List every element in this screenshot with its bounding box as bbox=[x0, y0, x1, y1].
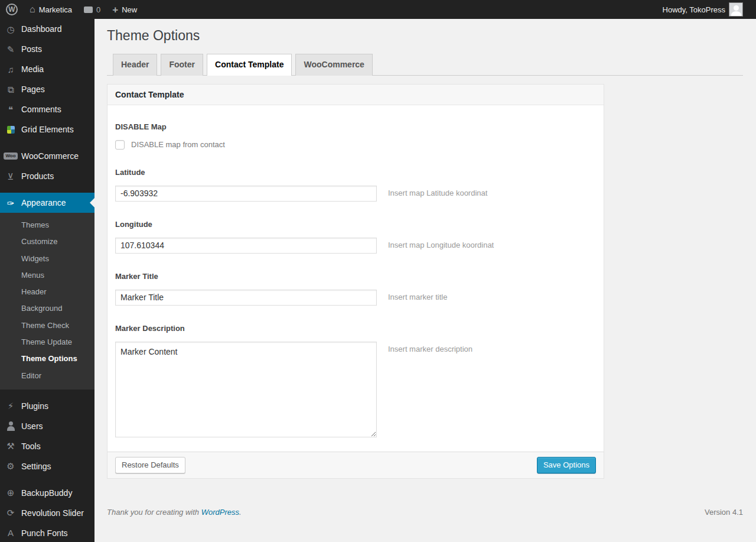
sidebar-item-tools[interactable]: ⚒Tools bbox=[0, 436, 94, 456]
appearance-submenu: ThemesCustomizeWidgetsMenusHeaderBackgro… bbox=[0, 213, 94, 390]
plugins-icon: ⚡ bbox=[5, 400, 17, 412]
submenu-item-menus[interactable]: Menus bbox=[0, 267, 94, 284]
dashboard-icon: ◷ bbox=[5, 23, 17, 35]
settings-icon: ⚙ bbox=[5, 460, 17, 472]
grid-elements-icon bbox=[5, 124, 17, 135]
restore-defaults-button[interactable]: Restore Defaults bbox=[115, 457, 185, 473]
sidebar-item-label: Appearance bbox=[21, 198, 66, 207]
site-name-link[interactable]: ⌂ Marketica bbox=[24, 0, 78, 19]
panel-title: Contact Template bbox=[107, 85, 604, 105]
sidebar-item-label: Punch Fonts bbox=[21, 528, 68, 538]
comments-icon: ❝ bbox=[5, 103, 17, 115]
version-text: Version 4.1 bbox=[705, 508, 743, 517]
admin-bar: W ⌂ Marketica 0 + New Howdy, TokoPress bbox=[0, 0, 756, 19]
my-account-menu[interactable]: Howdy, TokoPress bbox=[657, 0, 749, 19]
backupbuddy-icon: ⊕ bbox=[5, 487, 17, 499]
disable-map-checkbox-label: DISABLE map from contact bbox=[131, 140, 225, 149]
media-icon: ♫ bbox=[5, 63, 17, 75]
sidebar-item-label: Plugins bbox=[21, 401, 48, 411]
longitude-input[interactable] bbox=[115, 238, 377, 254]
submenu-item-theme-update[interactable]: Theme Update bbox=[0, 334, 94, 350]
sidebar-item-label: Media bbox=[21, 64, 44, 74]
sidebar-item-backupbuddy[interactable]: ⊕BackupBuddy bbox=[0, 483, 94, 503]
sidebar-item-users[interactable]: Users bbox=[0, 416, 94, 436]
sidebar-item-revolution-slider[interactable]: ⟳Revolution Slider bbox=[0, 503, 94, 523]
sidebar-item-label: Dashboard bbox=[21, 24, 62, 34]
new-label: New bbox=[122, 5, 137, 14]
sidebar-item-label: WooCommerce bbox=[21, 151, 79, 161]
tools-icon: ⚒ bbox=[5, 440, 17, 452]
tab-woocommerce[interactable]: WooCommerce bbox=[295, 54, 372, 76]
products-icon: ⊻ bbox=[5, 170, 17, 182]
sidebar-item-plugins[interactable]: ⚡Plugins bbox=[0, 396, 94, 416]
disable-map-row: DISABLE map from contact bbox=[115, 140, 596, 150]
submenu-item-header[interactable]: Header bbox=[0, 284, 94, 300]
submenu-item-theme-options[interactable]: Theme Options bbox=[0, 350, 94, 367]
wordpress-logo-icon: W bbox=[6, 4, 18, 15]
sidebar-item-settings[interactable]: ⚙Settings bbox=[0, 456, 94, 476]
sidebar-item-dashboard[interactable]: ◷Dashboard bbox=[0, 19, 94, 39]
menu-separator bbox=[0, 186, 94, 193]
new-content-menu[interactable]: + New bbox=[106, 0, 143, 19]
sidebar-item-label: Revolution Slider bbox=[21, 508, 84, 518]
menu-separator bbox=[0, 390, 94, 396]
sidebar-item-appearance[interactable]: ✑Appearance bbox=[0, 193, 94, 213]
latitude-row: Insert map Latitude koordinat bbox=[115, 186, 596, 202]
sidebar-item-label: Users bbox=[21, 421, 43, 431]
submenu-item-theme-check[interactable]: Theme Check bbox=[0, 317, 94, 334]
tab-contact-template[interactable]: Contact Template bbox=[207, 54, 292, 76]
tab-header[interactable]: Header bbox=[113, 54, 157, 76]
main-content: Theme Options HeaderFooterContact Templa… bbox=[94, 0, 756, 542]
sidebar-item-woocommerce[interactable]: WooWooCommerce bbox=[0, 146, 94, 166]
punch-fonts-icon: A bbox=[5, 527, 17, 539]
sidebar-item-posts[interactable]: ✎Posts bbox=[0, 39, 94, 59]
longitude-hint: Insert map Longitude koordinat bbox=[388, 238, 494, 249]
submenu-item-customize[interactable]: Customize bbox=[0, 233, 94, 250]
sidebar-item-label: Pages bbox=[21, 85, 45, 94]
sidebar-item-label: Comments bbox=[21, 105, 61, 114]
sidebar-item-label: Grid Elements bbox=[21, 125, 74, 134]
submenu-item-themes[interactable]: Themes bbox=[0, 217, 94, 233]
theme-options-tabs: HeaderFooterContact TemplateWooCommerce bbox=[107, 54, 743, 76]
menu-separator bbox=[0, 139, 94, 146]
pages-icon: ⧉ bbox=[5, 83, 17, 95]
submenu-item-widgets[interactable]: Widgets bbox=[0, 251, 94, 267]
marker-description-row: Marker Content Insert marker description bbox=[115, 342, 596, 437]
submenu-item-background[interactable]: Background bbox=[0, 300, 94, 317]
admin-sidebar: ◷Dashboard✎Posts♫Media⧉Pages❝CommentsGri… bbox=[0, 19, 94, 542]
save-options-button[interactable]: Save Options bbox=[537, 457, 596, 473]
sidebar-item-label: Products bbox=[21, 171, 54, 181]
sidebar-item-comments[interactable]: ❝Comments bbox=[0, 99, 94, 119]
sidebar-item-label: BackupBuddy bbox=[21, 488, 72, 498]
tab-footer[interactable]: Footer bbox=[161, 54, 203, 76]
thanks-suffix: . bbox=[239, 508, 242, 517]
sidebar-menu: ◷Dashboard✎Posts♫Media⧉Pages❝CommentsGri… bbox=[0, 19, 94, 542]
revolution-slider-icon: ⟳ bbox=[5, 507, 17, 519]
marker-title-row: Insert marker title bbox=[115, 290, 596, 306]
sidebar-item-media[interactable]: ♫Media bbox=[0, 59, 94, 79]
wp-logo-menu[interactable]: W bbox=[0, 0, 24, 19]
latitude-label: Latitude bbox=[115, 168, 596, 177]
submenu-item-editor[interactable]: Editor bbox=[0, 368, 94, 384]
disable-map-label: DISABLE Map bbox=[115, 122, 596, 131]
page-footer: Thank you for creating with WordPress. V… bbox=[107, 508, 743, 522]
contact-template-panel: Contact Template DISABLE Map DISABLE map… bbox=[107, 84, 604, 479]
woocommerce-icon: Woo bbox=[5, 150, 17, 162]
sidebar-item-punch-fonts[interactable]: APunch Fonts bbox=[0, 523, 94, 542]
wordpress-link[interactable]: WordPress bbox=[201, 508, 239, 517]
sidebar-item-pages[interactable]: ⧉Pages bbox=[0, 79, 94, 99]
comments-shortcut[interactable]: 0 bbox=[78, 0, 106, 19]
latitude-input[interactable] bbox=[115, 186, 377, 202]
sidebar-item-products[interactable]: ⊻Products bbox=[0, 166, 94, 186]
comments-count: 0 bbox=[96, 5, 100, 14]
avatar bbox=[729, 2, 743, 17]
disable-map-checkbox[interactable] bbox=[115, 140, 125, 150]
sidebar-item-grid-elements[interactable]: Grid Elements bbox=[0, 119, 94, 139]
site-name: Marketica bbox=[39, 5, 72, 14]
marker-description-label: Marker Description bbox=[115, 324, 596, 333]
plus-icon: + bbox=[112, 5, 118, 15]
marker-title-hint: Insert marker title bbox=[388, 290, 447, 301]
latitude-hint: Insert map Latitude koordinat bbox=[388, 186, 487, 197]
marker-description-textarea[interactable]: Marker Content bbox=[115, 342, 377, 437]
marker-title-input[interactable] bbox=[115, 290, 377, 306]
